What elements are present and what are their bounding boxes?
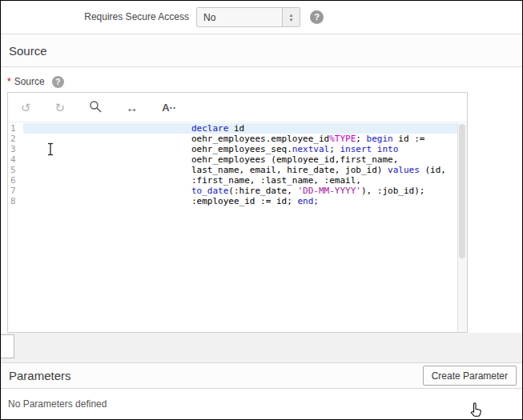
redo-icon: ↻ xyxy=(55,101,66,114)
editor-resize-strip xyxy=(1,333,522,362)
line-number: 6 xyxy=(10,175,23,186)
resize-handle-box[interactable] xyxy=(1,334,14,358)
search-icon xyxy=(89,100,102,113)
code-line: to_date(:hire_date, 'DD-MM-YYYY'), :job_… xyxy=(23,186,457,196)
editor-scrollbar[interactable] xyxy=(457,123,467,332)
font-size-button[interactable]: A·· xyxy=(159,101,179,114)
width-arrows-icon: ↔ xyxy=(126,101,138,114)
editor-toolbar: ↺ ↻ ↔ A·· xyxy=(8,93,467,122)
source-help-icon[interactable]: ? xyxy=(52,76,64,88)
create-parameter-button[interactable]: Create Parameter xyxy=(423,366,517,386)
parameters-section-title: Parameters xyxy=(1,369,71,382)
redo-button[interactable]: ↻ xyxy=(52,100,69,115)
secure-access-value: No xyxy=(197,12,282,23)
line-wrap-button[interactable]: ↔ xyxy=(123,100,141,115)
line-number: 8 xyxy=(10,196,23,206)
code-lines[interactable]: declare idoehr_employees.employee_id%TYP… xyxy=(23,123,457,332)
code-line: :employee_id := id; end; xyxy=(23,196,457,206)
undo-icon: ↺ xyxy=(21,101,31,114)
code-line: last_name, email, hire_date, job_id) val… xyxy=(23,165,457,175)
source-field-label: Source xyxy=(14,76,45,87)
search-button[interactable] xyxy=(86,98,105,116)
code-line: :first_name, :last_name, :email, xyxy=(23,175,457,186)
secure-access-label: Requires Secure Access xyxy=(1,1,189,34)
parameters-empty-message: No Parameters defined xyxy=(1,389,522,419)
required-marker: * xyxy=(7,76,11,87)
undo-button[interactable]: ↺ xyxy=(18,100,34,115)
spinner-down-icon: ▼ xyxy=(289,18,294,22)
parameters-section-header: Parameters Create Parameter xyxy=(1,362,522,389)
code-editor[interactable]: ↺ ↻ ↔ A·· 12345678 declare idoehr_employ… xyxy=(7,92,468,333)
line-number: 7 xyxy=(10,186,23,196)
editor-gutter: 12345678 xyxy=(8,123,23,332)
source-section-title: Source xyxy=(9,44,47,58)
text-cursor xyxy=(46,142,54,156)
source-section-header: Source xyxy=(1,34,522,67)
secure-access-help-icon[interactable]: ? xyxy=(310,10,324,24)
line-number: 1 xyxy=(10,123,23,134)
secure-access-select[interactable]: No ▲ ▼ xyxy=(196,7,300,27)
code-line: oehr_employees_seq.nextval; insert into xyxy=(23,144,457,154)
editor-content[interactable]: 12345678 declare idoehr_employees.employ… xyxy=(8,123,467,332)
code-line: declare id xyxy=(23,123,457,134)
line-number: 3 xyxy=(10,144,23,154)
select-arrows-icon[interactable]: ▲ ▼ xyxy=(282,8,300,26)
code-line: oehr_employees.employee_id%TYPE; begin i… xyxy=(23,134,457,144)
source-field-label-row: * Source ? xyxy=(7,74,64,89)
scrollbar-thumb[interactable] xyxy=(459,124,465,258)
code-line: oehr_employees (employee_id,first_name, xyxy=(23,154,457,165)
secure-access-row: Requires Secure Access No ▲ ▼ ? xyxy=(1,1,522,34)
page: Requires Secure Access No ▲ ▼ ? Source *… xyxy=(0,0,523,420)
font-size-icon: A·· xyxy=(162,102,176,114)
line-number: 4 xyxy=(10,154,23,165)
line-number: 2 xyxy=(10,134,23,144)
line-number: 5 xyxy=(10,165,23,175)
